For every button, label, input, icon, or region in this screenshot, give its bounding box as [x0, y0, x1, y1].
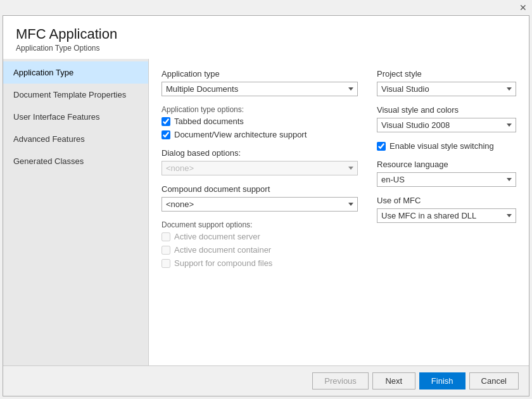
sidebar-item-ui-features[interactable]: User Interface Features — [3, 106, 148, 128]
dialog-body: Application Type Document Template Prope… — [3, 59, 529, 365]
active-server-checkbox-item: Active document server — [162, 232, 358, 241]
active-server-checkbox[interactable] — [162, 232, 170, 241]
dialog-footer: Previous Next Finish Cancel — [3, 365, 529, 396]
doc-support-group: Document support options: Active documen… — [162, 220, 358, 268]
resource-lang-group: Resource language en-US en-GB fr-FR de-D… — [377, 160, 516, 187]
sidebar-item-label: User Interface Features — [13, 112, 100, 122]
use-mfc-select[interactable]: Use MFC in a shared DLL Use MFC in a sta… — [377, 208, 516, 223]
compound-files-checkbox-item: Support for compound files — [162, 258, 358, 268]
tabbed-docs-checkbox[interactable] — [162, 117, 170, 126]
sidebar-item-label: Advanced Features — [13, 134, 85, 144]
dialog: MFC Application Application Type Options… — [3, 15, 529, 396]
sidebar-item-generated-classes[interactable]: Generated Classes — [3, 150, 148, 172]
compound-support-label: Compound document support — [162, 184, 358, 194]
dialog-subtitle: Application Type Options — [16, 44, 516, 53]
content-left: Application type Single Document Multipl… — [162, 69, 358, 355]
project-style-select[interactable]: Visual Studio MFC Standard Windows Explo… — [377, 82, 516, 96]
resource-lang-label: Resource language — [377, 160, 516, 169]
resource-lang-select[interactable]: en-US en-GB fr-FR de-DE — [377, 172, 516, 187]
visual-switching-checkbox-item: Enable visual style switching — [377, 141, 516, 151]
previous-button[interactable]: Previous — [312, 372, 369, 390]
finish-button[interactable]: Finish — [419, 372, 466, 390]
compound-files-label: Support for compound files — [174, 258, 272, 268]
docview-checkbox-item: Document/View architecture support — [162, 130, 358, 139]
app-type-select[interactable]: Single Document Multiple Documents Dialo… — [162, 82, 358, 96]
sidebar-item-document-template[interactable]: Document Template Properties — [3, 84, 148, 106]
visual-switching-group: Enable visual style switching — [377, 141, 516, 151]
next-button[interactable]: Next — [372, 372, 415, 390]
app-type-options-label: Application type options: — [162, 105, 358, 114]
sidebar-item-label: Application Type — [13, 68, 73, 77]
active-container-checkbox[interactable] — [162, 246, 170, 255]
sidebar-item-label: Document Template Properties — [13, 90, 126, 99]
docview-checkbox[interactable] — [162, 130, 170, 139]
cancel-button[interactable]: Cancel — [469, 372, 519, 390]
sidebar-item-label: Generated Classes — [13, 156, 84, 166]
dialog-header: MFC Application Application Type Options — [3, 16, 529, 59]
visual-style-select[interactable]: Visual Studio 2008 Visual Studio 2005 Wi… — [377, 118, 516, 132]
main-content: Application type Single Document Multipl… — [149, 59, 529, 365]
visual-switching-label[interactable]: Enable visual style switching — [390, 141, 494, 151]
doc-support-label: Document support options: — [162, 220, 358, 229]
active-server-label: Active document server — [174, 232, 260, 241]
dialog-based-label: Dialog based options: — [162, 148, 358, 158]
visual-style-group: Visual style and colors Visual Studio 20… — [377, 105, 516, 132]
content-right: Project style Visual Studio MFC Standard… — [377, 69, 516, 355]
app-type-label: Application type — [162, 69, 358, 79]
docview-label[interactable]: Document/View architecture support — [174, 130, 307, 139]
dialog-title: MFC Application — [16, 26, 516, 42]
active-container-label: Active document container — [174, 245, 271, 255]
title-bar: ✕ — [0, 0, 532, 15]
project-style-label: Project style — [377, 69, 516, 79]
dialog-based-select[interactable]: <none> — [162, 161, 358, 175]
app-type-group: Application type Single Document Multipl… — [162, 69, 358, 96]
sidebar-item-advanced-features[interactable]: Advanced Features — [3, 128, 148, 150]
tabbed-docs-label[interactable]: Tabbed documents — [174, 117, 244, 126]
app-type-options-group: Application type options: Tabbed documen… — [162, 105, 358, 139]
compound-support-select[interactable]: <none> Container Mini-server Full-server… — [162, 197, 358, 212]
visual-switching-checkbox[interactable] — [377, 142, 386, 151]
dialog-based-group: Dialog based options: <none> — [162, 148, 358, 175]
use-mfc-label: Use of MFC — [377, 196, 516, 205]
close-button[interactable]: ✕ — [519, 3, 527, 12]
compound-support-group: Compound document support <none> Contain… — [162, 184, 358, 212]
tabbed-docs-checkbox-item: Tabbed documents — [162, 117, 358, 126]
sidebar-item-application-type[interactable]: Application Type — [3, 61, 148, 84]
compound-files-checkbox[interactable] — [162, 259, 170, 268]
project-style-group: Project style Visual Studio MFC Standard… — [377, 69, 516, 96]
use-mfc-group: Use of MFC Use MFC in a shared DLL Use M… — [377, 196, 516, 223]
active-container-checkbox-item: Active document container — [162, 245, 358, 255]
visual-style-label: Visual style and colors — [377, 105, 516, 115]
sidebar: Application Type Document Template Prope… — [3, 59, 149, 365]
